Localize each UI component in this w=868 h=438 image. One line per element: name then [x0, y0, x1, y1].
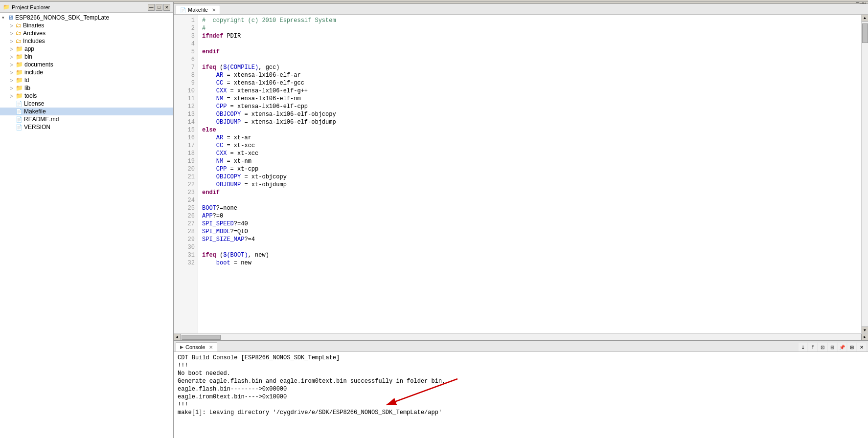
line-num-20: 20 — [174, 165, 198, 173]
horizontal-scrollbar[interactable]: ◄ ► — [174, 333, 868, 340]
tree-item-root[interactable]: ▾🖥ESP8266_NONOS_SDK_TempLate — [0, 14, 173, 22]
console-tab-icon: ▶ — [180, 345, 183, 350]
makefile-tab-close[interactable]: ✕ — [212, 7, 216, 13]
line-num-13: 13 — [174, 110, 198, 118]
code-line-23: endif — [202, 189, 857, 197]
line-num-21: 21 — [174, 173, 198, 181]
code-area[interactable]: # copyright (c) 2010 Espressif System#if… — [198, 15, 861, 333]
code-line-17: CC = xt-xcc — [202, 142, 857, 150]
tree-item-app[interactable]: ▷📁app — [0, 45, 173, 53]
tree-arrow: ▷ — [10, 78, 16, 83]
tree-item-binaries[interactable]: ▷🗂Binaries — [0, 22, 173, 29]
tree-item-archives[interactable]: ▷🗂Archives — [0, 29, 173, 37]
file-icon: 📄 — [16, 124, 23, 131]
tree-item-ld[interactable]: ▷📁ld — [0, 76, 173, 84]
console-line-3: Generate eagle.flash.bin and eagle.irom0… — [178, 377, 864, 385]
console-expand-btn[interactable]: ⊞ — [847, 343, 856, 351]
code-line-7: ifeq ($(COMPILE), gcc) — [202, 64, 857, 71]
line-num-11: 11 — [174, 95, 198, 103]
line-num-1: 1 — [174, 17, 198, 24]
tree-item-readme[interactable]: 📄README.md — [0, 115, 173, 123]
special-folder-icon: 🗂 — [16, 30, 22, 37]
project-tree: ▾🖥ESP8266_NONOS_SDK_TempLate▷🗂Binaries▷🗂… — [0, 13, 173, 438]
line-num-3: 3 — [174, 32, 198, 40]
code-line-24 — [202, 197, 857, 204]
console-tab-close[interactable]: ✕ — [209, 345, 213, 350]
line-num-22: 22 — [174, 181, 198, 189]
console-pin-btn[interactable]: 📌 — [838, 343, 846, 351]
makefile-tab[interactable]: 📄 Makefile ✕ — [176, 5, 220, 14]
console-scroll-end-btn[interactable]: ⤓ — [799, 343, 807, 351]
tree-arrow: ▷ — [10, 54, 16, 59]
line-num-8: 8 — [174, 71, 198, 79]
editor-tab-bar: 📄 Makefile ✕ — [174, 4, 868, 15]
console-copy-btn[interactable]: ⊡ — [818, 343, 827, 351]
minimize-button[interactable]: — — [148, 4, 155, 11]
code-line-1: # copyright (c) 2010 Espressif System — [202, 17, 857, 24]
close-button[interactable]: ✕ — [163, 4, 170, 11]
h-scroll-left[interactable]: ◄ — [174, 334, 181, 341]
code-line-21: OBJCOPY = xt-objcopy — [202, 173, 857, 181]
code-line-13: OBJCOPY = xtensa-lx106-elf-objcopy — [202, 110, 857, 118]
tree-label: tools — [24, 92, 37, 99]
console-line-6: !!! — [178, 401, 864, 409]
code-line-18: CXX = xt-xcc — [202, 150, 857, 157]
tree-item-include[interactable]: ▷📁include — [0, 68, 173, 76]
code-line-28: SPI_MODE?=QIO — [202, 228, 857, 236]
folder-icon: 📁 — [16, 53, 23, 60]
line-num-30: 30 — [174, 243, 198, 251]
console-scroll-start-btn[interactable]: ⤒ — [808, 343, 817, 351]
code-line-5: endif — [202, 48, 857, 56]
console-content[interactable]: CDT Build Console [ESP8266_NONOS_SDK_Tem… — [174, 352, 868, 438]
tree-item-bin[interactable]: ▷📁bin — [0, 53, 173, 61]
tree-label: include — [24, 69, 43, 76]
line-num-28: 28 — [174, 228, 198, 236]
makefile-tab-icon: 📄 — [180, 7, 186, 13]
code-line-4 — [202, 40, 857, 48]
line-num-17: 17 — [174, 142, 198, 150]
scrollbar-thumb[interactable] — [862, 23, 868, 43]
folder-icon: 📁 — [16, 61, 23, 68]
line-num-9: 9 — [174, 79, 198, 87]
console-tab-label: Console — [185, 344, 205, 350]
tree-arrow: ▷ — [10, 46, 16, 51]
tree-label: Archives — [23, 30, 46, 37]
console-tab[interactable]: ▶ Console ✕ — [176, 342, 217, 351]
right-panel: — □ □ 📄 Makefile ✕ 123456789101112131415… — [174, 2, 868, 438]
line-num-10: 10 — [174, 87, 198, 95]
console-close-console-btn[interactable]: ✕ — [857, 343, 866, 351]
editor-area: — □ □ 📄 Makefile ✕ 123456789101112131415… — [174, 2, 868, 340]
h-scrollbar-thumb[interactable] — [182, 335, 221, 340]
tree-item-tools[interactable]: ▷📁tools — [0, 92, 173, 100]
tree-item-includes[interactable]: ▷🗂Includes — [0, 37, 173, 45]
maximize-button[interactable]: □ — [156, 4, 162, 11]
line-num-5: 5 — [174, 48, 198, 56]
code-line-8: AR = xtensa-lx106-elf-ar — [202, 71, 857, 79]
project-explorer-title: Project Explorer — [12, 4, 50, 10]
line-num-2: 2 — [174, 24, 198, 32]
tree-arrow: ▷ — [10, 70, 16, 75]
scrollbar-up-arrow[interactable]: ▲ — [862, 15, 868, 22]
tree-arrow: ▷ — [10, 31, 16, 36]
tree-item-license[interactable]: 📄License — [0, 100, 173, 108]
code-line-16: AR = xt-ar — [202, 134, 857, 142]
tree-label: ld — [24, 77, 29, 84]
makefile-tab-label: Makefile — [188, 7, 208, 13]
scrollbar-down-arrow[interactable]: ▼ — [862, 327, 868, 333]
tree-item-documents[interactable]: ▷📁documents — [0, 61, 173, 68]
editor-scrollbar[interactable]: ▲ ▼ — [861, 15, 868, 333]
tree-arrow: ▷ — [10, 62, 16, 67]
console-clear-btn[interactable]: ⊟ — [828, 343, 837, 351]
console-line-7: make[1]: Leaving directory '/cygdrive/e/… — [178, 409, 864, 416]
tree-item-version[interactable]: 📄VERSION — [0, 123, 173, 131]
line-num-16: 16 — [174, 134, 198, 142]
code-line-6 — [202, 56, 857, 64]
tree-item-lib[interactable]: ▷📁lib — [0, 84, 173, 92]
tree-item-makefile[interactable]: 📄Makefile — [0, 108, 173, 115]
folder-icon: 📁 — [16, 92, 23, 99]
h-scroll-right[interactable]: ► — [861, 334, 868, 341]
code-line-27: SPI_SPEED?=40 — [202, 220, 857, 228]
line-num-23: 23 — [174, 189, 198, 197]
code-line-2: # — [202, 24, 857, 32]
line-numbers: 1234567891011121314151617181920212223242… — [174, 15, 198, 333]
